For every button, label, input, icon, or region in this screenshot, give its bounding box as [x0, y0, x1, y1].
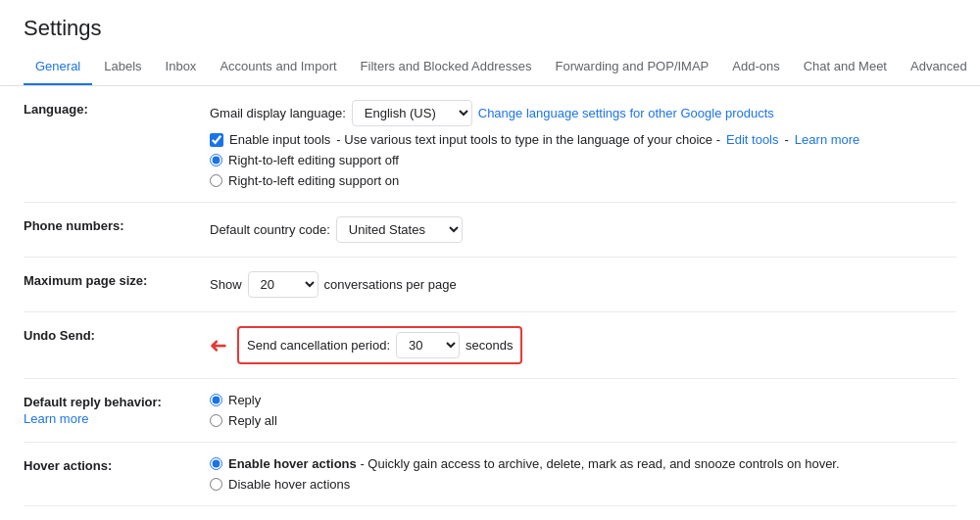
max-page-size-control: Show 20 25 50 100 conversations per page	[210, 271, 956, 298]
phone-numbers-row: Phone numbers: Default country code: Uni…	[24, 203, 956, 258]
language-prefix: Gmail display language:	[210, 106, 346, 120]
enable-input-tools-checkbox[interactable]	[210, 133, 223, 147]
rtl-on-option[interactable]: Right-to-left editing support on	[210, 173, 399, 188]
enable-input-tools-desc: - Use various text input tools to type i…	[336, 132, 720, 147]
hover-actions-row: Hover actions: Enable hover actions - Qu…	[24, 443, 956, 506]
tab-inbox[interactable]: Inbox	[154, 49, 209, 86]
country-code-select[interactable]: United States	[336, 216, 463, 243]
language-row: Language: Gmail display language: Englis…	[24, 86, 956, 203]
cancellation-suffix: seconds	[466, 338, 513, 353]
enable-hover-radio[interactable]	[210, 457, 222, 470]
page-size-select[interactable]: 20 25 50 100	[248, 271, 318, 298]
tab-forwarding[interactable]: Forwarding and POP/IMAP	[543, 49, 720, 86]
hover-actions-control: Enable hover actions - Quickly gain acce…	[210, 456, 956, 492]
phone-numbers-label: Phone numbers:	[24, 216, 210, 233]
reply-radio[interactable]	[210, 394, 222, 406]
tab-filters[interactable]: Filters and Blocked Addresses	[349, 49, 544, 86]
enable-hover-label: Enable hover actions - Quickly gain acce…	[228, 456, 840, 471]
learn-more-link[interactable]: Learn more	[795, 132, 859, 147]
dash-separator: -	[785, 132, 789, 147]
phone-numbers-control: Default country code: United States	[210, 216, 956, 243]
undo-send-label: Undo Send:	[24, 326, 210, 343]
disable-hover-radio[interactable]	[210, 478, 222, 491]
tab-chat-meet[interactable]: Chat and Meet	[792, 49, 899, 86]
language-link[interactable]: Change language settings for other Googl…	[478, 106, 774, 120]
tab-advanced[interactable]: Advanced	[899, 49, 979, 86]
tab-addons[interactable]: Add-ons	[720, 49, 791, 86]
reply-all-option[interactable]: Reply all	[210, 413, 277, 428]
reply-option[interactable]: Reply	[210, 393, 261, 407]
page-title: Settings	[0, 0, 980, 41]
tab-labels[interactable]: Labels	[92, 49, 153, 86]
disable-hover-label: Disable hover actions	[228, 477, 350, 492]
page-size-suffix: conversations per page	[324, 277, 457, 292]
enable-hover-desc: - Quickly gain access to archive, delete…	[360, 456, 839, 471]
edit-tools-link[interactable]: Edit tools	[726, 132, 778, 147]
rtl-off-option[interactable]: Right-to-left editing support off	[210, 153, 399, 167]
settings-content: Language: Gmail display language: Englis…	[0, 86, 980, 520]
default-reply-label: Default reply behavior: Learn more	[24, 393, 210, 426]
undo-send-row: Undo Send: ➜ Send cancellation period: 5…	[24, 312, 956, 379]
tab-general[interactable]: General	[24, 49, 92, 86]
max-page-size-row: Maximum page size: Show 20 25 50 100 con…	[24, 258, 956, 312]
hover-actions-label: Hover actions:	[24, 456, 210, 473]
default-reply-learn-more[interactable]: Learn more	[24, 411, 198, 426]
tabs-bar: General Labels Inbox Accounts and Import…	[0, 49, 980, 86]
rtl-off-radio[interactable]	[210, 154, 222, 166]
enable-input-tools-label: Enable input tools	[229, 132, 330, 147]
cancellation-prefix: Send cancellation period:	[247, 338, 390, 353]
send-archive-row: Send and Archive: Learn more Show "Send …	[24, 506, 956, 520]
max-page-size-label: Maximum page size:	[24, 271, 210, 288]
cancellation-period-select[interactable]: 5 10 20 30	[396, 332, 460, 358]
rtl-off-label: Right-to-left editing support off	[228, 153, 399, 167]
language-label: Language:	[24, 100, 210, 117]
undo-send-control: ➜ Send cancellation period: 5 10 20 30 s…	[210, 326, 956, 364]
default-reply-row: Default reply behavior: Learn more Reply…	[24, 379, 956, 443]
language-select[interactable]: English (US)	[352, 100, 472, 126]
language-control: Gmail display language: English (US) Cha…	[210, 100, 956, 188]
page-size-prefix: Show	[210, 277, 242, 292]
disable-hover-option[interactable]: Disable hover actions	[210, 477, 350, 492]
tab-accounts-import[interactable]: Accounts and Import	[208, 49, 348, 86]
phone-prefix: Default country code:	[210, 222, 330, 237]
rtl-on-label: Right-to-left editing support on	[228, 173, 399, 188]
undo-send-box: Send cancellation period: 5 10 20 30 sec…	[237, 326, 522, 364]
reply-all-radio[interactable]	[210, 414, 222, 427]
rtl-on-radio[interactable]	[210, 174, 222, 187]
default-reply-control: Reply Reply all	[210, 393, 956, 428]
red-arrow-icon: ➜	[210, 333, 227, 358]
reply-label: Reply	[228, 393, 261, 407]
reply-all-label: Reply all	[228, 413, 277, 428]
enable-hover-option[interactable]: Enable hover actions - Quickly gain acce…	[210, 456, 840, 471]
